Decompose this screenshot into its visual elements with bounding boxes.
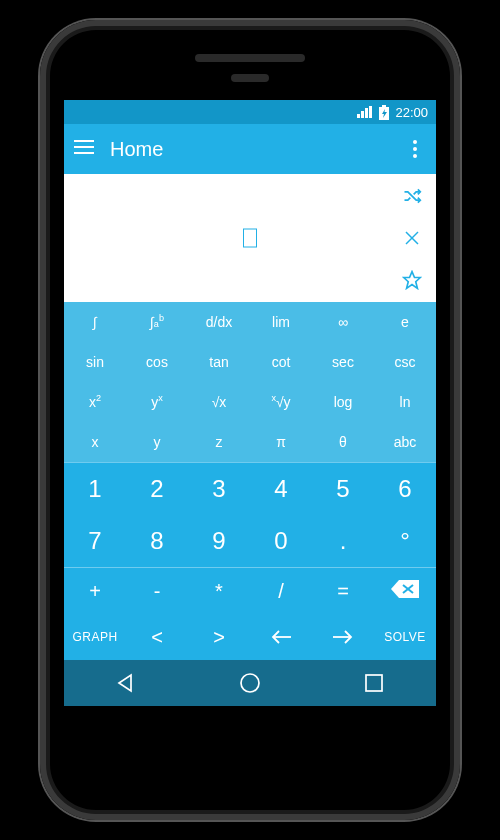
- signal-icon: [357, 106, 373, 118]
- key-integral[interactable]: ∫: [64, 302, 126, 342]
- sensor-bar: [231, 74, 269, 82]
- star-icon[interactable]: [398, 266, 426, 294]
- key-greater-than[interactable]: >: [188, 614, 250, 660]
- earpiece: [195, 54, 305, 62]
- key-degree[interactable]: °: [374, 515, 436, 567]
- key-cursor-right[interactable]: [312, 614, 374, 660]
- key-plus[interactable]: +: [64, 568, 126, 614]
- key-x-squared[interactable]: x2: [64, 382, 126, 422]
- key-pi[interactable]: π: [250, 422, 312, 462]
- svg-rect-2: [365, 108, 368, 118]
- arrow-left-icon: [270, 626, 292, 649]
- app-bar: Home: [64, 124, 436, 174]
- hamburger-icon[interactable]: [74, 140, 94, 158]
- phone-frame: 22:00 Home: [40, 20, 460, 820]
- status-bar: 22:00: [64, 100, 436, 124]
- svg-point-16: [241, 674, 259, 692]
- key-cot[interactable]: cot: [250, 342, 312, 382]
- nav-home-button[interactable]: [220, 668, 280, 698]
- svg-rect-0: [357, 114, 360, 118]
- key-e[interactable]: e: [374, 302, 436, 342]
- key-8[interactable]: 8: [126, 515, 188, 567]
- key-def-integral[interactable]: ∫ab: [126, 302, 188, 342]
- svg-marker-12: [404, 272, 421, 289]
- key-divide[interactable]: /: [250, 568, 312, 614]
- key-multiply[interactable]: *: [188, 568, 250, 614]
- key-equals[interactable]: =: [312, 568, 374, 614]
- battery-icon: [379, 105, 389, 120]
- key-5[interactable]: 5: [312, 463, 374, 515]
- key-limit[interactable]: lim: [250, 302, 312, 342]
- page-title: Home: [110, 138, 163, 161]
- status-time: 22:00: [395, 105, 428, 120]
- key-y-to-x[interactable]: yx: [126, 382, 188, 422]
- svg-rect-4: [382, 105, 386, 107]
- key-var-z[interactable]: z: [188, 422, 250, 462]
- svg-rect-9: [74, 152, 94, 154]
- key-infinity[interactable]: ∞: [312, 302, 374, 342]
- key-log[interactable]: log: [312, 382, 374, 422]
- key-theta[interactable]: θ: [312, 422, 374, 462]
- key-minus[interactable]: -: [126, 568, 188, 614]
- key-cos[interactable]: cos: [126, 342, 188, 382]
- display-side-actions: [398, 182, 426, 294]
- nav-recent-button[interactable]: [344, 668, 404, 698]
- svg-rect-3: [369, 106, 372, 118]
- key-csc[interactable]: csc: [374, 342, 436, 382]
- key-6[interactable]: 6: [374, 463, 436, 515]
- key-sec[interactable]: sec: [312, 342, 374, 382]
- nav-back-button[interactable]: [96, 668, 156, 698]
- key-0[interactable]: 0: [250, 515, 312, 567]
- key-sqrt[interactable]: √x: [188, 382, 250, 422]
- key-3[interactable]: 3: [188, 463, 250, 515]
- close-icon[interactable]: [398, 224, 426, 252]
- key-derivative[interactable]: d/dx: [188, 302, 250, 342]
- svg-rect-7: [74, 140, 94, 142]
- android-nav-bar: [64, 660, 436, 706]
- key-ln[interactable]: ln: [374, 382, 436, 422]
- key-4[interactable]: 4: [250, 463, 312, 515]
- expression-display[interactable]: [64, 174, 436, 302]
- svg-rect-1: [361, 111, 364, 118]
- screen: 22:00 Home: [64, 100, 436, 740]
- shuffle-icon[interactable]: [398, 182, 426, 210]
- key-nth-root[interactable]: x√y: [250, 382, 312, 422]
- svg-marker-15: [119, 675, 131, 691]
- key-graph[interactable]: GRAPH: [64, 614, 126, 660]
- function-key-panel: ∫ ∫ab d/dx lim ∞ e sin cos tan cot sec c…: [64, 302, 436, 462]
- overflow-menu-button[interactable]: [404, 134, 426, 164]
- key-backspace[interactable]: [374, 568, 436, 614]
- operator-key-panel: + - * / = GRAPH < >: [64, 568, 436, 660]
- key-1[interactable]: 1: [64, 463, 126, 515]
- arrow-right-icon: [332, 626, 354, 649]
- svg-rect-17: [366, 675, 382, 691]
- key-9[interactable]: 9: [188, 515, 250, 567]
- key-2[interactable]: 2: [126, 463, 188, 515]
- key-var-y[interactable]: y: [126, 422, 188, 462]
- key-cursor-left[interactable]: [250, 614, 312, 660]
- key-less-than[interactable]: <: [126, 614, 188, 660]
- number-key-panel: 1 2 3 4 5 6 7 8 9 0 . °: [64, 462, 436, 568]
- key-solve[interactable]: SOLVE: [374, 614, 436, 660]
- backspace-icon: [391, 580, 419, 603]
- cursor-icon: [243, 229, 257, 248]
- key-7[interactable]: 7: [64, 515, 126, 567]
- svg-rect-8: [74, 146, 94, 148]
- key-abc[interactable]: abc: [374, 422, 436, 462]
- key-dot[interactable]: .: [312, 515, 374, 567]
- key-sin[interactable]: sin: [64, 342, 126, 382]
- key-var-x[interactable]: x: [64, 422, 126, 462]
- key-tan[interactable]: tan: [188, 342, 250, 382]
